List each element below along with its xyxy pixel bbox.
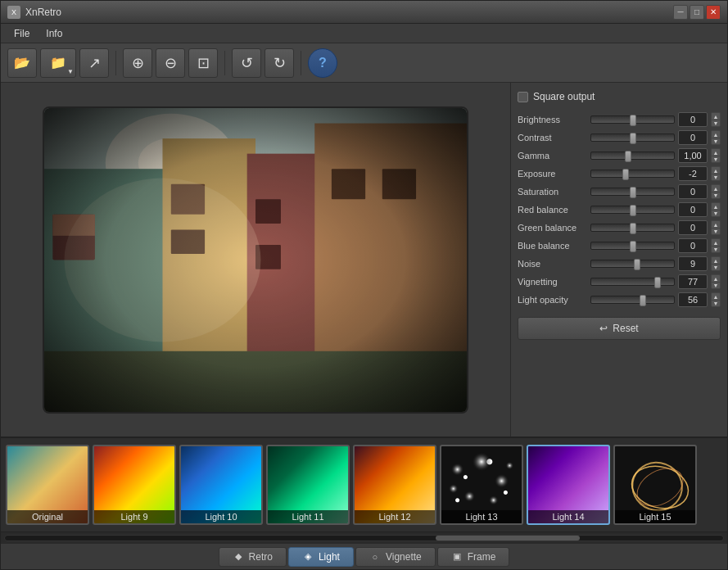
param-label: Blue balance xyxy=(518,241,587,251)
tab-light[interactable]: ◈Light xyxy=(288,547,354,567)
spinner-up[interactable]: ▲ xyxy=(711,148,721,156)
rotate-right-button[interactable]: ↻ xyxy=(265,48,294,78)
spinner-down[interactable]: ▼ xyxy=(711,282,721,289)
vignette-tab-label: Vignette xyxy=(386,551,422,563)
minimize-button[interactable]: ─ xyxy=(673,5,688,20)
spinner-up[interactable]: ▲ xyxy=(711,130,721,138)
maximize-button[interactable]: □ xyxy=(690,5,704,20)
slider-thumb xyxy=(630,223,636,234)
frame-tab-icon: ▣ xyxy=(451,551,463,563)
tab-retro[interactable]: ◆Retro xyxy=(219,547,287,567)
param-label: Contrast xyxy=(518,133,587,142)
help-icon: ? xyxy=(319,56,327,70)
param-slider[interactable] xyxy=(590,152,675,160)
spinner-up[interactable]: ▲ xyxy=(711,184,721,192)
film-strip-scrollbar xyxy=(1,532,727,543)
param-row-light-opacity: Light opacity56▲▼ xyxy=(518,291,721,309)
thumb-light11[interactable]: Light 11 xyxy=(266,445,350,525)
thumb-label: Light 11 xyxy=(268,510,348,523)
spinner-up[interactable]: ▲ xyxy=(711,220,721,228)
thumb-light12[interactable]: Light 12 xyxy=(353,445,436,525)
open-folder-button[interactable]: 📁 ▼ xyxy=(40,48,76,78)
param-spinners: ▲▼ xyxy=(711,166,721,181)
spinner-up[interactable]: ▲ xyxy=(711,256,721,264)
help-button[interactable]: ? xyxy=(308,48,337,78)
thumb-light15[interactable]: Light 15 xyxy=(613,445,697,525)
spinner-up[interactable]: ▲ xyxy=(711,292,721,300)
film-strip-scroll[interactable]: OriginalLight 9Light 10Light 11Light 12L… xyxy=(1,438,727,532)
spinner-up[interactable]: ▲ xyxy=(711,274,721,282)
spinner-down[interactable]: ▼ xyxy=(711,192,721,199)
scrollbar-thumb[interactable] xyxy=(436,536,579,541)
param-label: Noise xyxy=(518,259,587,269)
open-file-button[interactable]: 📂 xyxy=(7,48,37,78)
spinner-down[interactable]: ▼ xyxy=(711,228,721,235)
spinner-down[interactable]: ▼ xyxy=(711,246,721,253)
param-label: Gamma xyxy=(518,151,587,161)
reset-button[interactable]: ↩ Reset xyxy=(518,317,721,340)
zoom-out-icon: ⊖ xyxy=(165,54,177,72)
zoom-out-button[interactable]: ⊖ xyxy=(156,48,185,78)
rotate-right-icon: ↻ xyxy=(274,54,286,72)
thumb-label: Light 13 xyxy=(441,510,522,523)
thumb-label: Light 14 xyxy=(528,510,608,523)
param-value: 0 xyxy=(678,184,708,199)
spinner-up[interactable]: ▲ xyxy=(711,166,721,174)
close-button[interactable]: ✕ xyxy=(706,5,721,20)
menu-file[interactable]: File xyxy=(6,26,38,41)
app-icon: X xyxy=(7,6,20,19)
param-slider[interactable] xyxy=(590,115,675,124)
param-slider[interactable] xyxy=(590,170,675,178)
spinner-down[interactable]: ▼ xyxy=(711,174,721,181)
slider-thumb xyxy=(630,241,636,252)
thumb-light13[interactable]: Light 13 xyxy=(440,445,523,525)
tab-frame[interactable]: ▣Frame xyxy=(437,547,510,567)
title-controls: ─ □ ✕ xyxy=(673,5,721,20)
param-slider[interactable] xyxy=(590,188,675,196)
param-slider[interactable] xyxy=(590,242,675,250)
param-value: 0 xyxy=(678,130,708,145)
param-slider[interactable] xyxy=(590,133,675,142)
vignette-overlay xyxy=(44,108,467,412)
param-value: 9 xyxy=(678,256,708,271)
thumb-light10[interactable]: Light 10 xyxy=(179,445,263,525)
spinner-up[interactable]: ▲ xyxy=(711,112,721,120)
thumb-light14[interactable]: Light 14 xyxy=(527,445,610,525)
rotate-left-button[interactable]: ↺ xyxy=(232,48,261,78)
spinner-down[interactable]: ▼ xyxy=(711,264,721,271)
params-container: Brightness0▲▼Contrast0▲▼Gamma1,00▲▼Expos… xyxy=(518,111,721,309)
param-slider[interactable] xyxy=(590,278,675,286)
param-spinners: ▲▼ xyxy=(711,184,721,199)
param-slider[interactable] xyxy=(590,260,675,268)
thumb-original[interactable]: Original xyxy=(6,445,89,525)
square-output-checkbox[interactable] xyxy=(518,92,528,102)
param-value: 0 xyxy=(678,238,708,253)
open-file-icon: 📂 xyxy=(14,55,30,70)
spinner-down[interactable]: ▼ xyxy=(711,300,721,307)
param-spinners: ▲▼ xyxy=(711,238,721,253)
zoom-in-icon: ⊕ xyxy=(132,54,144,72)
spinner-up[interactable]: ▲ xyxy=(711,238,721,246)
spinner-down[interactable]: ▼ xyxy=(711,120,721,127)
menu-info[interactable]: Info xyxy=(38,26,70,41)
param-value: -2 xyxy=(678,166,708,181)
param-slider[interactable] xyxy=(590,206,675,214)
dropdown-arrow-icon: ▼ xyxy=(67,68,74,75)
tab-vignette[interactable]: ○Vignette xyxy=(355,547,436,567)
spinner-up[interactable]: ▲ xyxy=(711,202,721,210)
thumb-label: Light 10 xyxy=(181,510,261,523)
tab-bar: ◆Retro◈Light○Vignette▣Frame xyxy=(1,543,727,569)
param-slider[interactable] xyxy=(590,224,675,232)
export-button[interactable]: ↗ xyxy=(79,48,109,78)
thumb-light9[interactable]: Light 9 xyxy=(93,445,176,525)
spinner-down[interactable]: ▼ xyxy=(711,210,721,217)
spinner-down[interactable]: ▼ xyxy=(711,156,721,163)
scrollbar-track[interactable] xyxy=(4,535,724,541)
title-bar: X XnRetro ─ □ ✕ xyxy=(1,1,727,24)
zoom-fit-button[interactable]: ⊡ xyxy=(188,48,218,78)
param-slider[interactable] xyxy=(590,296,675,304)
spinner-down[interactable]: ▼ xyxy=(711,138,721,145)
param-row-red-balance: Red balance0▲▼ xyxy=(518,201,721,219)
svg-point-21 xyxy=(495,473,509,488)
zoom-in-button[interactable]: ⊕ xyxy=(123,48,152,78)
